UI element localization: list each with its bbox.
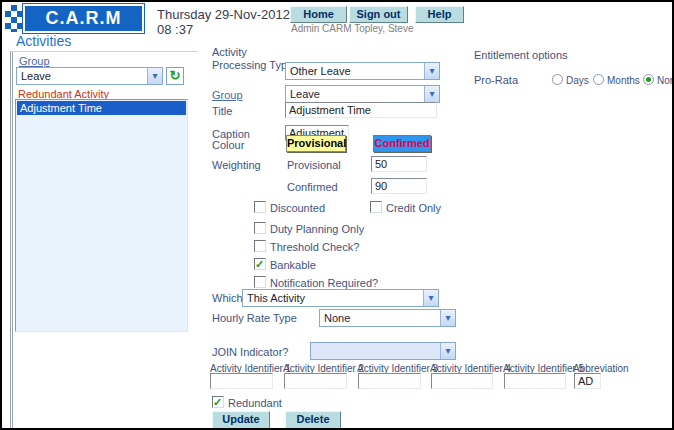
which-bank-value: This Activity xyxy=(247,292,422,304)
provisional-colour-button[interactable]: Provisional xyxy=(286,135,346,152)
processing-type-select[interactable]: Other Leave ▾ xyxy=(285,62,440,80)
entitlement-options-title: Entitlement options xyxy=(474,49,568,61)
home-button[interactable]: Home xyxy=(290,6,347,23)
list-item[interactable]: Adjustment Time xyxy=(17,101,186,115)
app-logo-text: C.A.R.M xyxy=(46,8,122,29)
logged-in-user: Admin CARM Topley, Steve xyxy=(291,23,413,34)
identifier-4-input[interactable] xyxy=(431,373,493,389)
form-group-value: Leave xyxy=(290,88,423,100)
processing-type-label: Activity Processing Type xyxy=(212,46,294,72)
app-logo: C.A.R.M xyxy=(23,4,144,33)
refresh-icon: ↻ xyxy=(170,68,181,83)
pro-rata-label: Pro-Rata xyxy=(474,74,518,86)
bankable-label: Bankable xyxy=(270,259,316,271)
credit-only-label: Credit Only xyxy=(386,202,441,214)
hourly-rate-type-select[interactable]: None ▾ xyxy=(319,309,456,327)
join-indicator-select[interactable]: ▾ xyxy=(310,342,456,360)
notification-required-label: Notification Required? xyxy=(270,277,378,289)
weighting-label: Weighting xyxy=(212,159,261,171)
bankable-checkbox[interactable]: ✓ xyxy=(254,258,266,270)
discounted-label: Discounted xyxy=(270,202,325,214)
form-group-link[interactable]: Group xyxy=(212,89,243,101)
confirmed-colour-button[interactable]: Confirmed xyxy=(373,135,431,152)
pro-rata-months-radio[interactable] xyxy=(593,74,604,85)
activities-listbox[interactable]: Adjustment Time xyxy=(15,99,188,332)
check-icon: ✓ xyxy=(213,397,223,407)
app-window: C.A.R.M Thursday 29-Nov-2012 08 :37 Home… xyxy=(0,0,674,430)
redundant-checkbox[interactable]: ✓ xyxy=(212,396,224,408)
pro-rata-none-label: None xyxy=(657,75,674,86)
chevron-down-icon: ▾ xyxy=(440,343,455,359)
discounted-checkbox[interactable]: ✓ xyxy=(254,201,266,213)
which-bank-select[interactable]: This Activity ▾ xyxy=(242,289,439,307)
identifier-3-input[interactable] xyxy=(358,373,421,389)
sidebar-group-value: Leave xyxy=(21,70,146,82)
redundant-label: Redundant xyxy=(228,397,282,409)
identifier-5-input[interactable] xyxy=(504,373,566,389)
weighting-provisional-label: Provisional xyxy=(287,159,341,171)
pro-rata-none-radio[interactable] xyxy=(643,74,654,85)
duty-planning-only-label: Duty Planning Only xyxy=(270,223,364,235)
sign-out-button[interactable]: Sign out xyxy=(349,6,408,23)
title-input[interactable] xyxy=(285,102,437,118)
sidebar-group-link[interactable]: Group xyxy=(19,55,50,67)
sidebar-group-select[interactable]: Leave ▾ xyxy=(16,67,163,85)
checker-pattern-icon xyxy=(5,5,23,32)
form-group-select[interactable]: Leave ▾ xyxy=(285,85,440,103)
check-icon: ✓ xyxy=(255,259,265,269)
refresh-button[interactable]: ↻ xyxy=(166,67,184,85)
pro-rata-days-radio[interactable] xyxy=(552,74,563,85)
help-button[interactable]: Help xyxy=(415,6,464,23)
chevron-down-icon: ▾ xyxy=(440,310,455,326)
abbreviation-input[interactable] xyxy=(574,373,601,389)
chevron-down-icon: ▾ xyxy=(147,68,162,84)
header-date: Thursday 29-Nov-2012 xyxy=(157,7,290,22)
chevron-down-icon: ▾ xyxy=(423,290,438,306)
weighting-confirmed-input[interactable] xyxy=(371,178,427,194)
notification-required-checkbox[interactable]: ✓ xyxy=(254,276,266,288)
identifier-1-input[interactable] xyxy=(210,373,273,389)
processing-type-value: Other Leave xyxy=(290,65,423,77)
title-label: Title xyxy=(212,105,232,117)
weighting-provisional-input[interactable] xyxy=(371,156,427,172)
duty-planning-only-checkbox[interactable]: ✓ xyxy=(254,222,266,234)
identifier-2-input[interactable] xyxy=(284,373,347,389)
hourly-rate-type-label: Hourly Rate Type xyxy=(212,312,297,324)
colour-label: Colour xyxy=(212,139,244,151)
join-indicator-label: JOIN Indicator? xyxy=(212,346,288,358)
threshold-check-label: Threshold Check? xyxy=(270,241,359,253)
chevron-down-icon: ▾ xyxy=(424,63,439,79)
chevron-down-icon: ▾ xyxy=(424,86,439,102)
pro-rata-months-label: Months xyxy=(607,75,640,86)
header-time: 08 :37 xyxy=(157,22,193,37)
pro-rata-days-label: Days xyxy=(566,75,589,86)
credit-only-checkbox[interactable]: ✓ xyxy=(370,201,382,213)
update-button[interactable]: Update xyxy=(212,411,270,429)
weighting-confirmed-label: Confirmed xyxy=(287,181,338,193)
threshold-check-checkbox[interactable]: ✓ xyxy=(254,240,266,252)
hourly-rate-type-value: None xyxy=(324,312,439,324)
delete-button[interactable]: Delete xyxy=(285,411,341,429)
page-title: Activities xyxy=(16,33,71,49)
